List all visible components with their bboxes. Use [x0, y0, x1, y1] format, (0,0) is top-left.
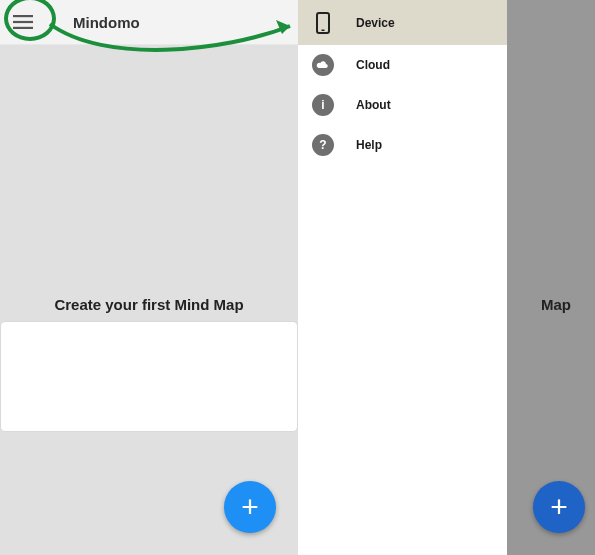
create-map-fab[interactable]: + — [224, 481, 276, 533]
screenshot-right: Map + Device Cloud — [298, 0, 595, 555]
drawer-item-help[interactable]: ? Help — [298, 125, 507, 165]
create-map-fab[interactable]: + — [533, 481, 585, 533]
plus-icon: + — [550, 490, 568, 524]
svg-rect-2 — [13, 27, 33, 29]
empty-state-prompt: Create your first Mind Map — [0, 296, 298, 313]
svg-rect-4 — [322, 29, 325, 31]
screenshot-left: Mindomo Create your first Mind Map + — [0, 0, 298, 555]
drawer-item-label: About — [356, 98, 391, 112]
help-icon: ? — [312, 134, 334, 156]
hamburger-button[interactable] — [0, 0, 45, 45]
hamburger-icon — [13, 15, 33, 29]
app-title: Mindomo — [73, 14, 140, 31]
svg-rect-0 — [13, 15, 33, 17]
svg-rect-1 — [13, 21, 33, 23]
map-card-placeholder[interactable] — [0, 321, 298, 432]
drawer-item-label: Cloud — [356, 58, 390, 72]
info-icon: i — [312, 94, 334, 116]
drawer-item-label: Help — [356, 138, 382, 152]
plus-icon: + — [241, 490, 259, 524]
drawer-item-cloud[interactable]: Cloud — [298, 45, 507, 85]
drawer-item-device[interactable]: Device — [298, 0, 507, 45]
drawer-item-label: Device — [356, 16, 395, 30]
top-bar: Mindomo — [0, 0, 298, 45]
device-icon — [312, 12, 334, 34]
navigation-drawer: Device Cloud i About ? Help — [298, 0, 507, 555]
empty-state-prompt-partial: Map — [541, 296, 571, 313]
cloud-icon — [312, 54, 334, 76]
drawer-item-about[interactable]: i About — [298, 85, 507, 125]
